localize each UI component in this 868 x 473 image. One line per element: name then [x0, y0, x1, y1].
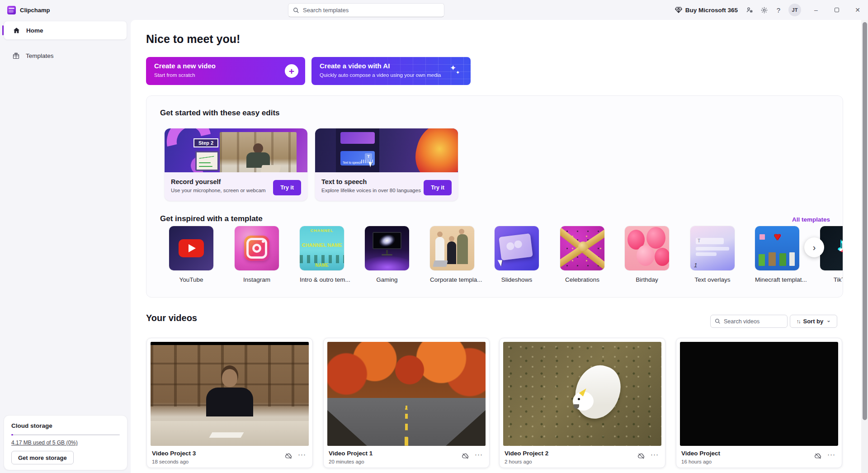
search-icon	[293, 7, 299, 14]
youtube-thumbnail	[169, 226, 213, 270]
connections-icon[interactable]	[742, 2, 757, 18]
video-card[interactable]: Video Project 3 18 seconds ago ···	[146, 338, 313, 468]
template-item-youtube[interactable]: YouTube	[169, 226, 213, 283]
get-more-storage-button[interactable]: Get more storage	[11, 451, 74, 464]
tts-chip-label: Text to speech	[343, 161, 362, 164]
video-thumbnail	[151, 342, 309, 446]
sort-by-button[interactable]: ↑↓ Sort by ⌄	[790, 315, 837, 328]
birthday-thumbnail	[625, 226, 669, 270]
all-templates-link[interactable]: All templates	[792, 216, 830, 223]
storage-progress-bar	[11, 434, 120, 435]
cloud-off-icon[interactable]	[814, 452, 822, 462]
template-item-tiktok[interactable]: ♪ TikTok	[820, 226, 843, 283]
text-to-speech-thumbnail: Text to speech T	[315, 128, 458, 172]
avatar[interactable]: JT	[788, 4, 801, 16]
video-title: Video Project 2	[505, 450, 548, 457]
gaming-thumbnail	[365, 226, 409, 270]
cloud-off-icon[interactable]	[285, 452, 292, 462]
buy-microsoft-365-button[interactable]: Buy Microsoft 365	[675, 7, 738, 14]
sidebar: Home Templates Cloud storage 4.17 MB use…	[0, 20, 131, 473]
record-yourself-thumbnail: Step 2	[165, 128, 307, 172]
video-card[interactable]: Video Project 16 hours ago ···	[676, 338, 842, 468]
sidebar-item-templates[interactable]: Templates	[4, 47, 127, 64]
more-options-icon[interactable]: ···	[475, 450, 483, 458]
window-close-button[interactable]: ✕	[847, 0, 868, 20]
intro-outro-thumbnail: CHANNEL CHANNEL NAME NAME	[300, 226, 344, 270]
templates-search[interactable]	[288, 3, 444, 17]
instagram-thumbnail	[235, 226, 279, 270]
template-item-intro-outro[interactable]: CHANNEL CHANNEL NAME NAME Intro & outro …	[300, 226, 344, 283]
video-timestamp: 20 minutes ago	[329, 459, 364, 464]
template-item-corporate[interactable]: Corporate templa...	[430, 226, 474, 283]
plus-icon: +	[285, 64, 298, 78]
app-brand: Clipchamp	[7, 0, 50, 20]
storage-usage-link[interactable]: 4.17 MB used of 5 GB (0%)	[11, 440, 78, 446]
video-timestamp: 18 seconds ago	[152, 459, 189, 464]
corporate-thumbnail	[430, 226, 474, 270]
your-videos-heading: Your videos	[146, 313, 197, 323]
videos-search-input[interactable]	[724, 318, 783, 325]
template-item-minecraft[interactable]: ♥ Minecraft templat...	[755, 226, 799, 283]
more-options-icon[interactable]: ···	[298, 450, 306, 458]
try-it-button[interactable]: Try it	[424, 180, 452, 195]
more-options-icon[interactable]: ···	[651, 450, 659, 458]
template-item-celebrations[interactable]: Celebrations	[560, 226, 604, 283]
video-card[interactable]: Video Project 1 20 minutes ago ···	[323, 338, 490, 468]
create-ai-video-title: Create a video with AI	[320, 62, 390, 70]
create-new-video-title: Create a new video	[154, 62, 216, 70]
titlebar-controls: Buy Microsoft 365 ? JT – ✕	[675, 0, 868, 20]
diamond-icon	[675, 7, 682, 13]
templates-heading: Get inspired with a template	[160, 214, 263, 223]
chevron-down-icon: ⌄	[826, 317, 830, 323]
vertical-scrollbar[interactable]	[861, 20, 868, 473]
scrollbar-thumb[interactable]	[863, 22, 867, 420]
card-subtitle: Explore lifelike voices in over 80 langu…	[321, 188, 421, 193]
window-restore-button[interactable]	[826, 0, 847, 20]
cloud-off-icon[interactable]	[462, 452, 469, 462]
create-new-video-subtitle: Start from scratch	[154, 72, 195, 78]
text-to-speech-card[interactable]: Text to speech T Text to speech Explore …	[315, 128, 458, 201]
app-title: Clipchamp	[20, 7, 50, 14]
template-item-text-overlays[interactable]: T1 Text overlays	[690, 226, 735, 283]
minecraft-thumbnail: ♥	[755, 226, 799, 270]
celebrations-thumbnail	[560, 226, 604, 270]
templates-search-input[interactable]	[303, 7, 439, 14]
step-badge: Step 2	[193, 138, 218, 147]
search-icon	[715, 318, 721, 324]
templates-scroll-right-button[interactable]: ›	[804, 237, 824, 257]
video-timestamp: 2 hours ago	[505, 459, 532, 464]
video-thumbnail	[680, 342, 838, 446]
template-item-birthday[interactable]: Birthday	[625, 226, 669, 283]
template-item-slideshows[interactable]: Slideshows	[495, 226, 539, 283]
create-new-video-button[interactable]: Create a new video Start from scratch +	[146, 57, 305, 85]
sidebar-item-home[interactable]: Home	[4, 21, 127, 40]
create-video-with-ai-button[interactable]: Create a video with AI Quickly auto comp…	[311, 57, 471, 85]
easy-edits-heading: Get started with these easy edits	[160, 109, 280, 118]
slideshows-thumbnail	[495, 226, 539, 270]
help-icon[interactable]: ?	[771, 2, 786, 18]
video-title: Video Project	[681, 450, 720, 457]
template-item-gaming[interactable]: Gaming	[365, 226, 409, 283]
chevron-right-icon: ›	[813, 242, 816, 253]
settings-gear-icon[interactable]	[757, 2, 771, 18]
videos-search[interactable]	[710, 315, 788, 328]
more-options-icon[interactable]: ···	[827, 450, 835, 458]
sort-by-label: Sort by	[803, 318, 823, 325]
video-thumbnail	[503, 342, 661, 446]
video-card[interactable]: Video Project 2 2 hours ago ···	[499, 338, 665, 468]
instagram-glyph-icon	[244, 236, 269, 261]
card-title: Text to speech	[321, 178, 367, 185]
home-icon	[13, 27, 20, 34]
get-started-panel: Get started with these easy edits Step 2…	[146, 95, 843, 298]
cloud-off-icon[interactable]	[637, 452, 645, 462]
card-title: Record yourself	[171, 178, 221, 185]
try-it-button[interactable]: Try it	[273, 180, 301, 195]
video-title: Video Project 3	[152, 450, 196, 457]
restore-icon	[835, 8, 839, 12]
record-yourself-card[interactable]: Step 2 Record yourself Use your micropho…	[165, 128, 307, 201]
title-bar: Clipchamp Buy Microsoft 365 ? JT – ✕	[0, 0, 868, 20]
video-title: Video Project 1	[329, 450, 373, 457]
sidebar-item-label: Home	[26, 27, 43, 34]
window-minimize-button[interactable]: –	[806, 0, 826, 20]
template-item-instagram[interactable]: Instagram	[235, 226, 279, 283]
